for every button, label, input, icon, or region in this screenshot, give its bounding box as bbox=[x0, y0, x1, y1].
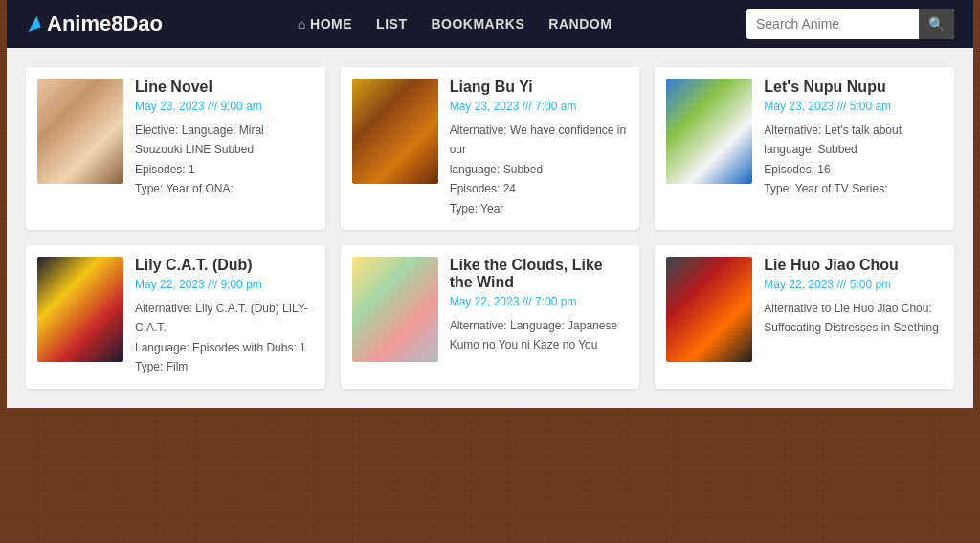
anime-title[interactable]: Let's Nupu Nupu bbox=[764, 79, 943, 96]
anime-thumbnail-2 bbox=[352, 79, 438, 184]
anime-card-info: Lily C.A.T. (Dub)May 22, 2023 /// 9:00 p… bbox=[135, 257, 314, 377]
anime-card-info: Lie Huo Jiao ChouMay 22, 2023 /// 5:00 p… bbox=[764, 257, 943, 377]
anime-date: May 23, 2023 /// 7:00 am bbox=[450, 100, 629, 113]
anime-date: May 22, 2023 /// 7:00 pm bbox=[450, 295, 629, 308]
anime-title[interactable]: Lie Huo Jiao Chou bbox=[764, 257, 943, 274]
anime-card[interactable]: Like the Clouds, Like the WindMay 22, 20… bbox=[341, 245, 640, 389]
anime-date: May 22, 2023 /// 9:00 pm bbox=[135, 278, 314, 291]
anime-card[interactable]: Lie Huo Jiao ChouMay 22, 2023 /// 5:00 p… bbox=[655, 245, 954, 389]
anime-meta: Elective: Language: MiraiSouzouki LINE S… bbox=[135, 121, 314, 199]
logo-text: Anime8Dao bbox=[47, 11, 163, 36]
logo-icon bbox=[24, 16, 40, 32]
anime-thumbnail-6 bbox=[666, 257, 752, 362]
anime-thumbnail-3 bbox=[666, 79, 752, 184]
nav-list[interactable]: LIST bbox=[376, 16, 407, 32]
anime-card[interactable]: Liang Bu YiMay 23, 2023 /// 7:00 amAlter… bbox=[341, 67, 640, 230]
anime-meta: Alternative: Lily C.A.T. (Dub) LILY-C.A.… bbox=[135, 299, 314, 377]
main-content: Line NovelMay 23, 2023 /// 9:00 amElecti… bbox=[7, 48, 973, 408]
search-button[interactable]: 🔍 bbox=[919, 9, 954, 39]
anime-meta: Alternative: Language: JapaneseKumo no Y… bbox=[450, 316, 629, 355]
anime-title[interactable]: Like the Clouds, Like the Wind bbox=[450, 257, 629, 291]
nav-random[interactable]: RANDOM bbox=[548, 16, 612, 32]
nav-bookmarks[interactable]: BOOKMARKS bbox=[431, 16, 524, 32]
anime-thumbnail-4 bbox=[37, 257, 123, 362]
logo[interactable]: Anime8Dao bbox=[26, 11, 163, 36]
anime-card[interactable]: Line NovelMay 23, 2023 /// 9:00 amElecti… bbox=[26, 67, 325, 230]
anime-card-info: Like the Clouds, Like the WindMay 22, 20… bbox=[450, 257, 629, 377]
anime-card-info: Liang Bu YiMay 23, 2023 /// 7:00 amAlter… bbox=[450, 79, 629, 218]
search-box: 🔍 bbox=[746, 9, 954, 39]
anime-thumbnail-1 bbox=[37, 79, 123, 184]
anime-meta: Alternative to Lie Huo Jiao Chou:Suffoca… bbox=[764, 299, 943, 338]
anime-grid: Line NovelMay 23, 2023 /// 9:00 amElecti… bbox=[26, 67, 954, 389]
anime-meta: Alternative: Let's talk aboutlanguage: S… bbox=[764, 121, 943, 199]
anime-title[interactable]: Lily C.A.T. (Dub) bbox=[135, 257, 314, 274]
anime-title[interactable]: Line Novel bbox=[135, 79, 314, 96]
anime-date: May 22, 2023 /// 5:00 pm bbox=[764, 278, 943, 291]
anime-date: May 23, 2023 /// 5:00 am bbox=[764, 100, 943, 113]
anime-card[interactable]: Let's Nupu NupuMay 23, 2023 /// 5:00 amA… bbox=[655, 67, 954, 230]
anime-thumbnail-5 bbox=[352, 257, 438, 362]
anime-meta: Alternative: We have confidence in ourla… bbox=[450, 121, 629, 218]
nav-home[interactable]: HOME bbox=[298, 16, 352, 32]
anime-date: May 23, 2023 /// 9:00 am bbox=[135, 100, 314, 113]
anime-title[interactable]: Liang Bu Yi bbox=[450, 79, 629, 96]
anime-card-info: Let's Nupu NupuMay 23, 2023 /// 5:00 amA… bbox=[764, 79, 943, 218]
main-nav: HOME LIST BOOKMARKS RANDOM bbox=[191, 16, 718, 32]
search-input[interactable] bbox=[746, 11, 919, 36]
header: Anime8Dao HOME LIST BOOKMARKS RANDOM 🔍 bbox=[7, 0, 973, 48]
anime-card-info: Line NovelMay 23, 2023 /// 9:00 amElecti… bbox=[135, 79, 314, 218]
anime-card[interactable]: Lily C.A.T. (Dub)May 22, 2023 /// 9:00 p… bbox=[26, 245, 325, 389]
